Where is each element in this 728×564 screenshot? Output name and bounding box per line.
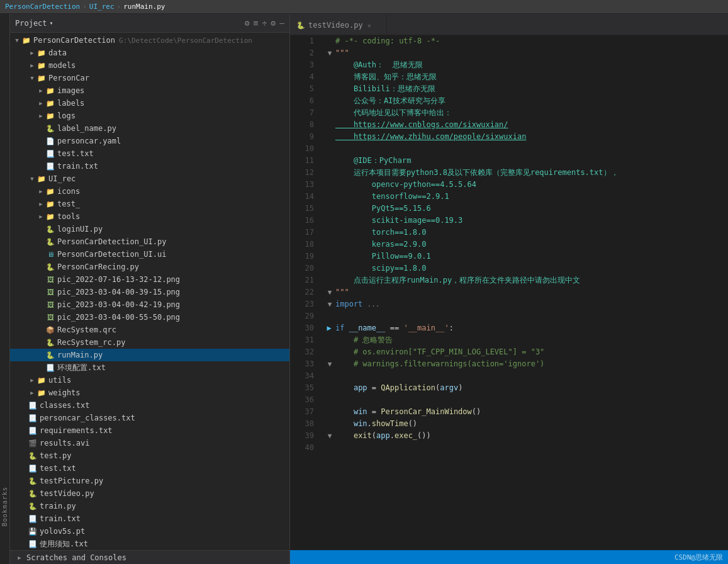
tree-item-images[interactable]: ▶ 📁 images [10,84,289,97]
tree-item-requirementstxt[interactable]: 📃 requirements.txt [10,424,289,437]
file-type-icon: 🖼 [45,313,55,322]
tab-label: testVideo.py [308,21,363,30]
tree-item-testPicturepy[interactable]: 🐍 testPicture.py [10,475,289,487]
code-text: # 忽略警告 [335,334,393,346]
scratches-bar[interactable]: ▶ Scratches and Consoles [10,550,289,564]
fold-icon[interactable]: ▼ [328,360,332,368]
file-label: pic_2023-03-04-00-42-19.png [57,300,180,309]
project-header: Project ▾ ⚙ ≡ ÷ ⚙ — [10,14,289,33]
tree-item-testpy[interactable]: 🐍 test.py [10,449,289,462]
code-line-36 [324,394,723,406]
tree-item-runMainpy[interactable]: 🐍 runMain.py [10,349,289,361]
file-label: train.py [40,502,76,510]
line-number-19: 19 [293,251,314,262]
code-line-10 [324,143,723,155]
code-line-7: 代码地址见以下博客中给出： [324,107,723,119]
file-label: pic_2022-07-16-13-32-12.png [57,275,180,284]
tree-item-PersonCar[interactable]: ▼ 📁 PersonCar [10,72,289,84]
tree-item-logs[interactable]: ▶ 📁 logs [10,110,289,122]
line-number-22: 22 [293,286,314,298]
file-label: personcar_classes.txt [40,414,135,422]
tree-item-testVideopy[interactable]: 🐍 testVideo.py [10,487,289,500]
file-type-icon: 📄 [45,137,55,145]
code-line-11: @IDE：PyCharm [324,155,723,167]
list-icon[interactable]: ≡ [254,18,259,28]
file-label: testPicture.py [40,477,103,485]
tree-item-traintxt[interactable]: 📃 train.txt [10,160,289,172]
tree-item-RecSystemqrc[interactable]: 📦 RecSystem.qrc [10,324,289,336]
tree-item-labels[interactable]: ▶ 📁 labels [10,97,289,110]
tree-arrow: ▶ [36,87,45,94]
tree-item-PersonCarRecingpy[interactable]: 🐍 PersonCarRecing.py [10,261,289,273]
project-dropdown-arrow[interactable]: ▾ [50,20,53,26]
tree-item-pic_2023-03-04-00-42-19png[interactable]: 🖼 pic_2023-03-04-00-42-19.png [10,298,289,311]
line-number-29: 29 [293,310,314,322]
file-type-icon: 📃 [45,150,55,158]
breadcrumb-sep-2: › [117,3,121,11]
tree-item-pic_2023-03-04-00-55-50png[interactable]: 🖼 pic_2023-03-04-00-55-50.png [10,311,289,324]
tree-item-icons[interactable]: ▶ 📁 icons [10,185,289,198]
file-type-icon: 📁 [36,74,47,82]
tree-item-loginUIpy[interactable]: 🐍 loginUI.py [10,223,289,235]
run-marker[interactable]: ▶ [324,322,335,334]
bookmarks-label[interactable]: Bookmarks [1,487,8,526]
breadcrumb-item-2[interactable]: UI_rec [89,3,115,11]
tree-item-pic_2022-07-16-13-32-12png[interactable]: 🖼 pic_2022-07-16-13-32-12.png [10,273,289,286]
tree-item-testtxt[interactable]: 📃 test.txt [10,147,289,160]
tree-item-resultsavi[interactable]: 🎬 results.avi [10,437,289,449]
scratches-label[interactable]: Scratches and Consoles [26,553,126,562]
tree-item-RecSystem_rcpy[interactable]: 🐍 RecSystem_rc.py [10,336,289,349]
tree-item-weights[interactable]: ▶ 📁 weights [10,386,289,399]
breadcrumb-item-1[interactable]: PersonCarDetection [5,3,80,11]
tree-item-PersonCarDetection_UIui[interactable]: 🖥 PersonCarDetection_UI.ui [10,248,289,261]
split-icon[interactable]: ÷ [262,18,267,28]
gear-icon[interactable]: ⚙ [245,18,250,28]
tree-item-yolov5spt[interactable]: 💾 yolov5s.pt [10,525,289,538]
fold-icon[interactable]: ▼ [328,432,332,440]
tree-item-UI_rec[interactable]: ▼ 📁 UI_rec [10,172,289,185]
tree-item-personcaryaml[interactable]: 📄 personcar.yaml [10,135,289,147]
tree-item-models[interactable]: ▶ 📁 models [10,59,289,72]
code-line-3: @Auth： 思绪无限 [324,59,723,71]
file-type-icon: 🖥 [45,251,55,259]
tree-item-pic_2023-03-04-00-39-15png[interactable]: 🖼 pic_2023-03-04-00-39-15.png [10,286,289,298]
bookmarks-panel[interactable]: Bookmarks [0,14,10,564]
file-label: icons [57,187,80,196]
tree-item-txt[interactable]: 📃 使用须知.txt [10,538,289,550]
file-type-icon: 📃 [28,402,38,410]
tree-item-PersonCarDetection_UIpy[interactable]: 🐍 PersonCarDetection_UI.py [10,235,289,248]
file-label: pic_2023-03-04-00-39-15.png [57,288,180,296]
tree-item-traintxt[interactable]: 📃 train.txt [10,512,289,525]
file-type-icon: 🐍 [45,263,55,271]
fold-icon[interactable]: ▼ [328,49,332,57]
fold-icon[interactable]: ▼ [328,300,332,308]
line-number-3: 3 [293,59,314,71]
file-label: requirements.txt [40,426,113,435]
tree-item-label_namepy[interactable]: 🐍 label_name.py [10,122,289,135]
tree-item-data[interactable]: ▶ 📁 data [10,47,289,59]
file-type-icon: 📃 [28,540,38,548]
line-number-30: 30 [293,322,314,334]
tree-item-tools[interactable]: ▶ 📁 tools [10,210,289,223]
code-line-22: ▼""" [324,286,723,298]
tree-item-test_[interactable]: ▶ 📁 test_ [10,198,289,210]
tree-item-txt[interactable]: 📃 环境配置.txt [10,361,289,374]
file-type-icon: 📁 [36,389,47,397]
run-arrow-icon[interactable]: ▶ [327,324,331,332]
tree-root[interactable]: ▼ 📁 PersonCarDetection G:\DetectCode\Per… [10,34,289,47]
settings-icon[interactable]: ⚙ [271,18,276,28]
minimize-icon[interactable]: — [279,18,284,28]
tab-close-button[interactable]: ✕ [367,22,371,29]
code-line-21: 点击运行主程序runMain.py，程序所在文件夹路径中请勿出现中文 [324,274,723,286]
tab-testVideo-py[interactable]: 🐍 testVideo.py ✕ [290,16,387,35]
code-editor[interactable]: # -*- coding: utf-8 -*-▼""" @Auth： 思绪无限 … [319,35,728,550]
tree-item-testtxt[interactable]: 📃 test.txt [10,462,289,475]
tree-item-utils[interactable]: ▶ 📁 utils [10,374,289,386]
tree-item-trainpy[interactable]: 🐍 train.py [10,500,289,512]
file-label: tools [57,212,80,221]
tree-item-personcar_classestxt[interactable]: 📃 personcar_classes.txt [10,412,289,424]
breadcrumb-item-3[interactable]: runMain.py [123,3,165,11]
fold-icon[interactable]: ▼ [328,288,332,296]
file-type-icon: 🖼 [45,301,55,309]
tree-item-classestxt[interactable]: 📃 classes.txt [10,399,289,412]
